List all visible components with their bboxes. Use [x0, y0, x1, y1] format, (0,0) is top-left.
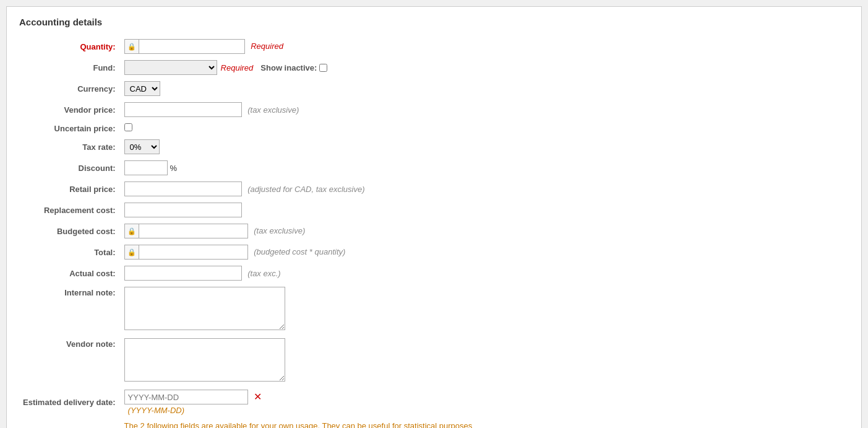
quantity-row: Quantity: 🔒 0 Required	[19, 36, 849, 57]
budgeted-cost-input[interactable]: 0.00	[139, 224, 247, 238]
percent-sign: %	[170, 164, 178, 173]
retail-price-input[interactable]	[124, 181, 242, 196]
total-row: Total: 🔒 0.00 (budgeted cost * quantity)	[19, 242, 849, 263]
estimated-delivery-date-input[interactable]	[124, 390, 248, 404]
internal-note-textarea[interactable]	[124, 287, 285, 330]
quantity-required: Required	[251, 41, 283, 51]
replacement-cost-row: Replacement cost: 0.00	[19, 199, 849, 221]
fund-label: Fund:	[19, 57, 121, 78]
internal-note-label: Internal note:	[19, 284, 121, 335]
discount-input[interactable]	[124, 160, 168, 175]
fund-select[interactable]	[124, 60, 217, 75]
show-inactive-label: Show inactive:	[260, 63, 317, 72]
budgeted-lock-icon: 🔒	[125, 224, 139, 238]
quantity-input-wrap: 🔒 0	[124, 39, 245, 54]
tax-rate-label: Tax rate:	[19, 136, 121, 157]
actual-cost-label: Actual cost:	[19, 263, 121, 284]
currency-row: Currency: CAD USD EUR	[19, 78, 849, 99]
page-title: Accounting details	[19, 17, 849, 27]
delete-date-icon[interactable]: ✕	[254, 391, 262, 402]
budgeted-cost-hint: (tax exclusive)	[254, 226, 305, 235]
total-lock-icon: 🔒	[125, 245, 139, 259]
fund-row: Fund: Required Show inactive:	[19, 57, 849, 78]
estimated-delivery-date-row: Estimated delivery date: ✕ (YYYY-MM-DD)	[19, 387, 849, 418]
uncertain-price-label: Uncertain price:	[19, 120, 121, 136]
retail-price-hint: (adjusted for CAD, tax exclusive)	[247, 185, 364, 194]
uncertain-price-checkbox[interactable]	[124, 123, 132, 131]
discount-row: Discount: %	[19, 157, 849, 178]
total-wrap: 🔒 0.00	[124, 245, 248, 260]
quantity-lock-icon: 🔒	[125, 40, 139, 53]
internal-note-row: Internal note:	[19, 284, 849, 335]
vendor-price-input[interactable]: 0.00	[124, 102, 242, 117]
currency-select[interactable]: CAD USD EUR	[124, 81, 160, 96]
quantity-input[interactable]: 0	[139, 40, 244, 53]
total-label: Total:	[19, 242, 121, 263]
actual-cost-row: Actual cost: 0.00 (tax exc.)	[19, 263, 849, 284]
retail-price-row: Retail price: (adjusted for CAD, tax exc…	[19, 178, 849, 199]
discount-label: Discount:	[19, 157, 121, 178]
stats-info-text: The 2 following fields are available for…	[124, 421, 473, 428]
fund-required: Required	[221, 63, 254, 72]
retail-price-label: Retail price:	[19, 178, 121, 199]
accounting-details-panel: Accounting details Quantity: 🔒 0 Require…	[6, 6, 862, 428]
date-format-hint: (YYYY-MM-DD)	[128, 406, 184, 415]
vendor-note-row: Vendor note:	[19, 335, 849, 387]
vendor-price-row: Vendor price: 0.00 (tax exclusive)	[19, 99, 849, 120]
vendor-note-textarea[interactable]	[124, 338, 285, 382]
actual-cost-hint: (tax exc.)	[247, 269, 280, 278]
show-inactive-checkbox[interactable]	[319, 64, 327, 72]
replacement-cost-label: Replacement cost:	[19, 199, 121, 221]
estimated-delivery-date-label: Estimated delivery date:	[19, 387, 121, 418]
total-input[interactable]: 0.00	[139, 245, 247, 259]
stats-info-row: The 2 following fields are available for…	[19, 418, 849, 428]
quantity-label: Quantity:	[19, 36, 121, 57]
tax-rate-select[interactable]: 0% 5% 10% 15%	[124, 139, 160, 154]
vendor-note-label: Vendor note:	[19, 335, 121, 387]
budgeted-cost-wrap: 🔒 0.00	[124, 224, 248, 238]
vendor-price-label: Vendor price:	[19, 99, 121, 120]
actual-cost-input[interactable]: 0.00	[124, 266, 242, 281]
total-hint: (budgeted cost * quantity)	[254, 247, 345, 256]
tax-rate-row: Tax rate: 0% 5% 10% 15%	[19, 136, 849, 157]
budgeted-cost-label: Budgeted cost:	[19, 221, 121, 242]
uncertain-price-row: Uncertain price:	[19, 120, 849, 136]
vendor-price-hint: (tax exclusive)	[247, 105, 299, 115]
currency-label: Currency:	[19, 78, 121, 99]
budgeted-cost-row: Budgeted cost: 🔒 0.00 (tax exclusive)	[19, 221, 849, 242]
replacement-cost-input[interactable]: 0.00	[124, 203, 242, 217]
form-table: Quantity: 🔒 0 Required Fund:	[19, 36, 849, 428]
